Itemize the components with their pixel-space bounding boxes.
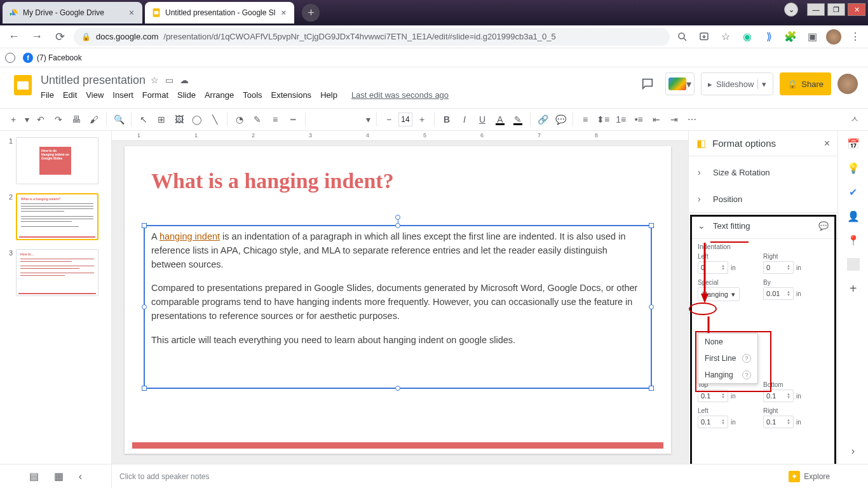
menu-edit[interactable]: Edit (63, 90, 77, 100)
menu-tools[interactable]: Tools (243, 90, 262, 100)
bookmark-item-facebook[interactable]: f(7) Facebook (23, 53, 82, 63)
extensions-icon[interactable]: 🧩 (783, 29, 798, 44)
resize-handle[interactable] (649, 304, 654, 309)
last-edit-info[interactable]: Last edit was seconds ago (351, 90, 449, 100)
menu-arrange[interactable]: Arrange (205, 90, 234, 100)
url-input[interactable]: 🔒 docs.google.com/presentation/d/1qCWOAF… (74, 28, 670, 46)
clear-formatting-button[interactable]: ⋯ (684, 111, 700, 128)
maximize-button[interactable]: ❐ (827, 3, 845, 16)
user-avatar[interactable] (837, 74, 858, 94)
horizontal-ruler[interactable]: 1 1 2 3 4 5 6 7 8 (112, 131, 688, 141)
share-button[interactable]: 🔒Share (780, 72, 831, 95)
sidepanel-icon[interactable]: ▣ (804, 29, 820, 44)
font-dropdown[interactable]: ▾ (364, 111, 372, 128)
nav-forward-button[interactable]: → (28, 28, 46, 46)
indent-right-input[interactable]: 0▲▼ (763, 261, 794, 274)
speaker-notes-input[interactable]: Click to add speaker notes (112, 472, 781, 481)
close-icon[interactable]: × (279, 8, 288, 17)
bookmark-star-icon[interactable]: ☆ (718, 29, 733, 44)
resize-handle[interactable] (395, 386, 400, 391)
feedback-icon[interactable]: 💬 (818, 221, 829, 231)
close-panel-button[interactable]: × (824, 138, 830, 149)
font-family-select[interactable] (309, 112, 363, 127)
padding-left-input[interactable]: 0.1▲▼ (698, 416, 728, 428)
grammarly-icon[interactable]: ◉ (740, 29, 755, 44)
dropdown-option-hanging[interactable]: Hanging? (698, 367, 757, 383)
calendar-icon[interactable]: 📅 (847, 137, 860, 150)
slide-canvas[interactable]: What is a hanging indent? A hanging inde… (125, 146, 671, 454)
addons-plus-button[interactable]: + (847, 282, 860, 295)
section-text-fitting[interactable]: ⌄Text fitting 💬 (689, 212, 837, 239)
section-position[interactable]: ›Position (689, 186, 837, 212)
install-app-icon[interactable] (696, 29, 712, 44)
menu-file[interactable]: File (41, 90, 54, 100)
increase-indent-button[interactable]: ⇥ (666, 111, 682, 128)
new-slide-dropdown[interactable]: ▾ (23, 111, 31, 128)
zoom-button[interactable]: 🔍 (111, 111, 127, 128)
nav-reload-button[interactable]: ⟳ (51, 28, 69, 46)
padding-top-input[interactable]: 0.1▲▼ (698, 390, 728, 402)
italic-button[interactable]: I (456, 111, 473, 128)
rotate-handle[interactable] (395, 215, 400, 220)
highlight-button[interactable]: ✎ (510, 111, 526, 128)
star-icon[interactable]: ☆ (151, 75, 159, 85)
border-dash-button[interactable]: ┅ (285, 111, 301, 128)
border-weight-button[interactable]: ≡ (267, 111, 283, 128)
slides-logo[interactable] (10, 72, 36, 98)
resize-handle[interactable] (395, 223, 400, 228)
menu-insert[interactable]: Insert (112, 90, 133, 100)
align-button[interactable]: ≡ (577, 111, 593, 128)
grid-view-button[interactable]: ▦ (54, 470, 64, 482)
padding-right-input[interactable]: 0.1▲▼ (763, 416, 794, 428)
increase-font-button[interactable]: + (414, 111, 430, 128)
bold-button[interactable]: B (438, 111, 455, 128)
image-tool[interactable]: 🖼 (171, 111, 187, 128)
undo-button[interactable]: ↶ (32, 111, 49, 128)
help-icon[interactable]: ? (742, 354, 751, 363)
resize-handle[interactable] (649, 223, 654, 228)
cloud-status-icon[interactable]: ☁ (180, 75, 189, 85)
fill-color-button[interactable]: ◔ (231, 111, 248, 128)
chrome-menu-icon[interactable]: ⋮ (848, 29, 863, 44)
tasks-icon[interactable]: ✔ (847, 186, 860, 198)
resize-handle[interactable] (649, 386, 654, 391)
hide-menus-button[interactable]: ㅅ (846, 111, 863, 128)
menu-help[interactable]: Help (320, 90, 337, 100)
slide-title[interactable]: What is a hanging indent? (151, 169, 394, 193)
help-icon[interactable]: ? (742, 370, 751, 379)
comment-button[interactable]: 💬 (552, 111, 569, 128)
new-tab-button[interactable]: + (302, 4, 320, 22)
indent-by-input[interactable]: 0.01▲▼ (763, 287, 794, 300)
comments-button[interactable] (636, 72, 659, 95)
dropdown-option-firstline[interactable]: First Line? (698, 350, 757, 367)
resize-handle[interactable] (142, 223, 147, 228)
link-button[interactable]: 🔗 (534, 111, 551, 128)
keep-icon[interactable]: 💡 (847, 161, 860, 174)
border-color-button[interactable]: ✎ (249, 111, 266, 128)
textbox-tool[interactable]: ⊞ (153, 111, 170, 128)
resize-handle[interactable] (142, 304, 147, 309)
collapse-filmstrip-button[interactable]: ‹ (79, 471, 82, 482)
zoom-icon[interactable] (675, 29, 690, 44)
slideshow-button[interactable]: ▸Slideshow▾ (701, 72, 773, 95)
chevron-down-icon[interactable]: ⌄ (784, 3, 798, 17)
special-indent-select[interactable]: Hanging▾ (698, 287, 740, 301)
slide-thumb-1[interactable]: How to do Hanging Indent on Google Slide… (16, 137, 98, 184)
new-slide-button[interactable]: + (5, 111, 22, 128)
menu-extensions[interactable]: Extensions (271, 90, 312, 100)
dropdown-option-none[interactable]: None (698, 334, 757, 350)
menu-format[interactable]: Format (142, 90, 168, 100)
close-icon[interactable]: × (127, 8, 136, 17)
indent-left-input[interactable]: 0▲▼ (698, 261, 728, 274)
browser-tab-drive[interactable]: My Drive - Google Drive × (3, 2, 142, 24)
doc-title[interactable]: Untitled presentation (41, 74, 146, 87)
browser-tab-slides[interactable]: Untitled presentation - Google Sl × (145, 2, 294, 24)
paint-format-button[interactable]: 🖌 (86, 111, 102, 128)
filmstrip-view-button[interactable]: ▤ (29, 470, 39, 482)
minimize-button[interactable]: — (807, 3, 825, 16)
menu-view[interactable]: View (86, 90, 104, 100)
move-icon[interactable]: ▭ (165, 75, 173, 85)
maps-icon[interactable]: 📍 (847, 234, 860, 247)
slide-thumb-3[interactable]: How to… (16, 249, 98, 296)
shape-tool[interactable]: ◯ (189, 111, 205, 128)
